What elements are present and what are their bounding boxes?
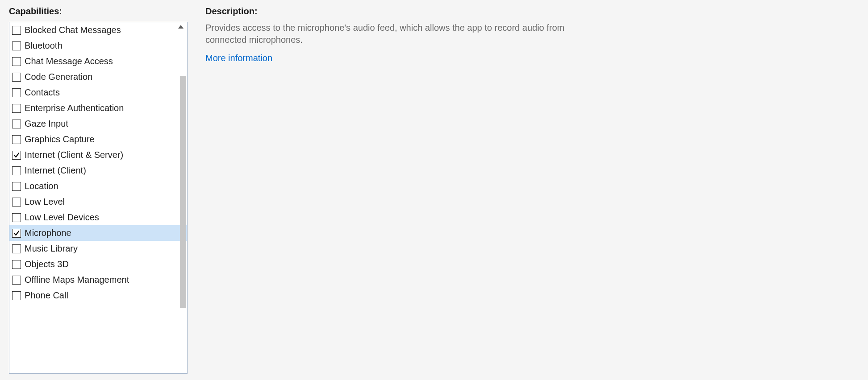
capability-label: Offline Maps Management [25, 275, 129, 285]
capability-checkbox[interactable] [12, 182, 21, 191]
capability-label: Gaze Input [25, 119, 68, 129]
description-text: Provides access to the microphone's audi… [205, 22, 607, 46]
scrollbar-thumb[interactable] [180, 76, 186, 308]
capability-row[interactable]: Gaze Input [9, 116, 187, 132]
capability-label: Music Library [25, 244, 78, 254]
capability-label: Enterprise Authentication [25, 103, 124, 113]
capability-row[interactable]: Enterprise Authentication [9, 100, 187, 116]
capability-checkbox[interactable] [12, 88, 21, 97]
capability-label: Internet (Client) [25, 165, 86, 176]
capability-label: Phone Call [25, 290, 68, 301]
capability-row[interactable]: Code Generation [9, 69, 187, 85]
capability-checkbox[interactable] [12, 229, 21, 238]
capability-row[interactable]: Location [9, 178, 187, 194]
capability-checkbox[interactable] [12, 213, 21, 222]
capability-label: Low Level [25, 197, 65, 207]
capability-checkbox[interactable] [12, 276, 21, 285]
capability-checkbox[interactable] [12, 73, 21, 82]
capability-row[interactable]: Graphics Capture [9, 132, 187, 147]
capability-row[interactable]: Phone Call [9, 288, 187, 303]
scroll-up-arrow-icon[interactable] [178, 25, 184, 29]
capability-label: Low Level Devices [25, 212, 99, 223]
capability-label: Chat Message Access [25, 56, 113, 66]
capability-label: Contacts [25, 87, 60, 98]
more-information-link[interactable]: More information [205, 53, 859, 63]
capability-label: Internet (Client & Server) [25, 150, 123, 160]
capabilities-heading: Capabilities: [9, 6, 188, 17]
capabilities-listbox[interactable]: Blocked Chat MessagesBluetoothChat Messa… [9, 22, 188, 374]
capability-row[interactable]: Blocked Chat Messages [9, 22, 187, 38]
capability-label: Location [25, 181, 58, 191]
capability-checkbox[interactable] [12, 26, 21, 35]
capability-checkbox[interactable] [12, 151, 21, 160]
capability-checkbox[interactable] [12, 166, 21, 175]
capability-checkbox[interactable] [12, 135, 21, 144]
capability-checkbox[interactable] [12, 198, 21, 207]
capability-row[interactable]: Contacts [9, 85, 187, 100]
capability-row[interactable]: Music Library [9, 241, 187, 256]
capability-label: Microphone [25, 228, 71, 238]
capability-label: Bluetooth [25, 41, 63, 51]
capability-checkbox[interactable] [12, 244, 21, 253]
capability-row[interactable]: Microphone [9, 225, 187, 241]
capability-row[interactable]: Internet (Client & Server) [9, 147, 187, 163]
capability-checkbox[interactable] [12, 41, 21, 50]
capability-checkbox[interactable] [12, 57, 21, 66]
capability-label: Blocked Chat Messages [25, 25, 121, 35]
capability-label: Objects 3D [25, 259, 69, 269]
capability-label: Code Generation [25, 72, 92, 82]
capability-checkbox[interactable] [12, 120, 21, 128]
capability-row[interactable]: Low Level Devices [9, 210, 187, 225]
capability-row[interactable]: Offline Maps Management [9, 272, 187, 288]
capability-checkbox[interactable] [12, 260, 21, 269]
capability-row[interactable]: Objects 3D [9, 256, 187, 272]
capability-row[interactable]: Bluetooth [9, 38, 187, 54]
capability-row[interactable]: Internet (Client) [9, 163, 187, 178]
capability-row[interactable]: Chat Message Access [9, 54, 187, 69]
capability-checkbox[interactable] [12, 104, 21, 113]
description-heading: Description: [205, 6, 859, 17]
capability-row[interactable]: Low Level [9, 194, 187, 210]
capability-label: Graphics Capture [25, 134, 95, 145]
capability-checkbox[interactable] [12, 291, 21, 300]
